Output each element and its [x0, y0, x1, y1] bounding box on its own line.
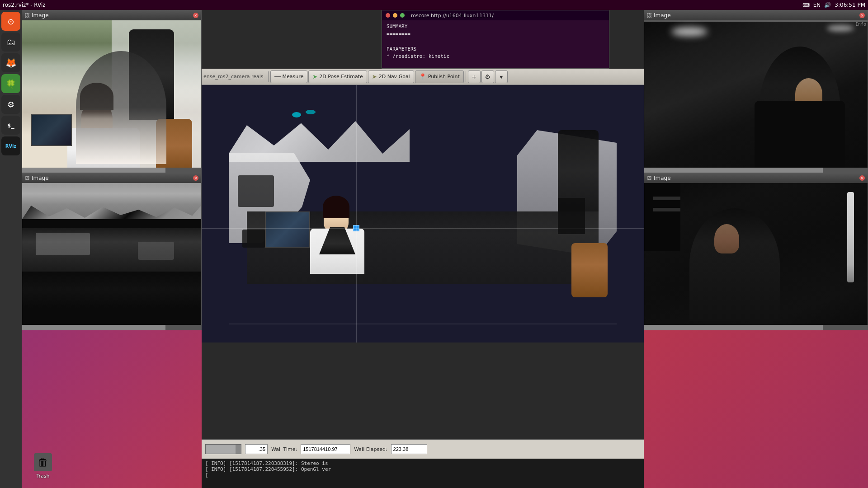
shelf-2-br — [653, 208, 680, 211]
sidebar-icon-leafpad[interactable]: 🍀 — [1, 74, 20, 93]
roscore-dot-yellow — [393, 13, 397, 18]
taskbar-left: ros2.rviz* - RViz — [3, 2, 46, 8]
image-content-topleft — [22, 20, 201, 173]
ros-time-input[interactable] — [245, 444, 268, 454]
shelf-1-br — [653, 197, 680, 200]
image-title-topright: Image — [654, 12, 671, 19]
plus-icon: + — [472, 73, 477, 80]
app-title: ros2.rviz* - RViz — [3, 2, 46, 8]
depth-edge — [22, 206, 201, 219]
trash-label: Trash — [36, 473, 49, 479]
titlebar-topleft[interactable]: 🖼 Image × — [22, 10, 201, 20]
close-button-topright[interactable]: × — [859, 13, 865, 18]
depth-top — [22, 183, 201, 219]
wall-time-input[interactable] — [301, 444, 350, 454]
pose-icon: ➤ — [312, 73, 317, 80]
note-tr: Info — [855, 22, 866, 27]
ceiling-edge-tr — [644, 20, 868, 22]
rviz-window: roscore http://u1604-liuxr:11311/ SUMMAR… — [202, 10, 644, 488]
titlebar-bottomright[interactable]: 🖼 Image × — [644, 173, 868, 183]
depth-bottom — [22, 272, 201, 308]
log-line-3: [ — [205, 472, 640, 478]
face-br — [714, 224, 739, 253]
3d-person-hair — [323, 196, 349, 218]
dark-mass-2 — [242, 230, 265, 248]
roscore-line-5: * /rosdistro: kinetic — [387, 53, 604, 61]
monitor — [31, 114, 72, 146]
rviz-3d-view[interactable]: ◀▶ ◀▶ — [202, 85, 644, 343]
sound-icon: 🔊 — [824, 2, 831, 8]
image-content-topright: Info — [644, 20, 868, 173]
navgoal-label: 2D Nav Goal — [379, 74, 410, 80]
wall-elapsed-label: Wall Elapsed: — [354, 446, 387, 452]
dark-mass-1 — [238, 175, 274, 207]
scrollbar-h-bottomright[interactable] — [644, 325, 868, 330]
firefox-symbol: 🦊 — [5, 57, 17, 68]
wall-elapsed-input[interactable] — [391, 444, 427, 454]
toolbar-measure-btn[interactable]: Measure — [270, 70, 308, 83]
sidebar-icon-firefox[interactable]: 🦊 — [1, 53, 20, 72]
log-line-2: [ INFO] [1517814187.220455952]: OpenGl v… — [205, 466, 640, 472]
scrollbar-h-bottomleft[interactable] — [22, 325, 201, 330]
roscore-line-2: ======== — [387, 31, 604, 38]
close-button-topleft[interactable]: × — [193, 13, 198, 18]
sidebar-icon-ubuntu[interactable]: ⊙ — [1, 12, 20, 31]
image-content-bottomright — [644, 183, 868, 330]
publish-icon: 📍 — [419, 73, 426, 80]
roscore-content: SUMMARY ======== PARAMETERS * /rosdistro… — [382, 20, 609, 63]
image-window-bottomright: 🖼 Image × — [644, 173, 868, 330]
rviz-toolbar: ense_ros2_camera reals Measure ➤ 2D Pose… — [202, 69, 644, 85]
3d-monitor-screen — [266, 212, 309, 247]
image-title-bottomright: Image — [654, 175, 671, 181]
3d-monitor — [265, 211, 310, 248]
sensor-blob-2 — [306, 110, 316, 114]
roscore-line-1: SUMMARY — [387, 23, 604, 31]
3d-scene — [202, 85, 644, 343]
leafpad-symbol: 🍀 — [6, 79, 16, 89]
main-area: 🖼 Image × — [22, 10, 868, 488]
roscore-titlebar[interactable]: roscore http://u1604-liuxr:11311/ — [382, 10, 609, 20]
sidebar-icon-settings[interactable]: ⚙ — [1, 95, 20, 114]
publish-label: Publish Point — [428, 74, 460, 80]
person-hair — [80, 83, 113, 110]
toolbar-plus-btn[interactable]: + — [468, 70, 481, 83]
wall-time-label: Wall Time: — [271, 446, 297, 452]
toolbar-pose-btn[interactable]: ➤ 2D Pose Estimate — [308, 70, 367, 83]
rviz-symbol: RViz — [5, 144, 17, 149]
light-strip-br — [847, 192, 854, 282]
dropdown-icon: ▾ — [500, 73, 503, 80]
person-br — [689, 208, 780, 321]
toolbar-navgoal-btn[interactable]: ➤ 2D Nav Goal — [368, 70, 414, 83]
log-line-1: [ INFO] [1517814187.220388319]: Stereo i… — [205, 460, 640, 466]
desktop-trash[interactable]: 🗑 Trash — [32, 453, 54, 479]
camera-image-topright: Info — [644, 20, 868, 173]
pose-label: 2D Pose Estimate — [319, 74, 363, 80]
progress-fill — [206, 445, 236, 454]
settings-symbol: ⚙ — [7, 100, 14, 109]
roscore-window: roscore http://u1604-liuxr:11311/ SUMMAR… — [382, 10, 609, 69]
toolbar-publishpoint-btn[interactable]: 📍 Publish Point — [415, 70, 464, 83]
sidebar-icon-files[interactable]: 🗂 — [1, 33, 20, 52]
titlebar-topright[interactable]: 🖼 Image × — [644, 10, 868, 20]
image-window-topright: 🖼 Image × — [644, 10, 868, 173]
sidebar-icon-rviz[interactable]: RViz — [1, 136, 20, 155]
sidebar-icon-terminal[interactable]: $_ — [1, 116, 20, 135]
roscore-dot-green — [400, 13, 405, 18]
close-button-bottomright[interactable]: × — [859, 175, 865, 181]
camera-image-topleft — [22, 20, 201, 173]
image-title-bottomleft: Image — [32, 175, 49, 181]
titlebar-bottomleft[interactable]: 🖼 Image × — [22, 173, 201, 183]
progress-slider[interactable] — [205, 444, 241, 454]
toolbar-settings-btn[interactable]: ⚙ — [481, 70, 494, 83]
close-button-bottomleft[interactable]: × — [193, 175, 198, 181]
camera-image-bottomright — [644, 183, 868, 330]
image-icon-bottomleft: 🖼 — [25, 175, 30, 181]
toolbar-dropdown-btn[interactable]: ▾ — [495, 70, 508, 83]
image-icon-topright: 🖼 — [647, 13, 652, 19]
image-icon-bottomright: 🖼 — [647, 175, 652, 181]
measure-label: Measure — [283, 74, 304, 80]
rviz-log: [ INFO] [1517814187.220388319]: Stereo i… — [202, 459, 644, 488]
settings-icon: ⚙ — [485, 73, 491, 80]
dark-bg-br — [644, 183, 680, 251]
depth-patch-1 — [36, 233, 90, 255]
